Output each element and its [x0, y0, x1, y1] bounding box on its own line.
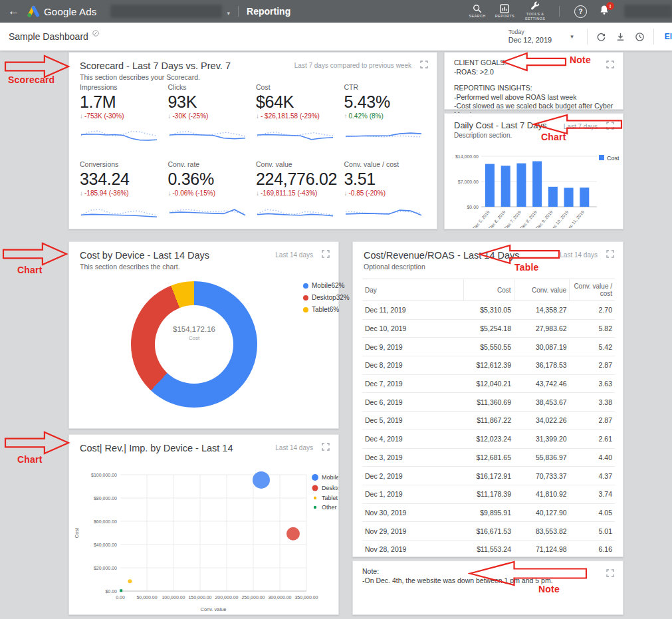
- bar-legend-label: Cost: [607, 155, 619, 162]
- legend-item-desktop[interactable]: Desktop32%: [303, 294, 336, 301]
- table-cell: Dec 7, 2019: [362, 374, 463, 393]
- table-cell: $12,612.39: [463, 356, 514, 375]
- table-row: Dec 8, 2019$12,612.3936,178.532.87: [362, 356, 615, 375]
- refresh-button[interactable]: [596, 32, 606, 42]
- table-cell: $5,310.05: [463, 301, 514, 320]
- metric-label: Conv. value / cost: [344, 160, 433, 168]
- expand-icon[interactable]: [606, 61, 614, 68]
- svg-text:$0.00: $0.00: [105, 589, 117, 594]
- notification-badge: !: [606, 2, 614, 10]
- table-cell: Dec 10, 2019: [362, 319, 463, 338]
- expand-icon[interactable]: [322, 250, 330, 258]
- expand-icon[interactable]: [606, 122, 614, 130]
- metric-delta: ↓-185.94 (-36%): [80, 189, 168, 197]
- back-arrow-icon[interactable]: ←: [8, 5, 19, 18]
- legend-dot-icon: [312, 485, 318, 491]
- legend-item-mobile[interactable]: Mobile62%: [303, 282, 336, 289]
- table-cell: $9,895.91: [463, 503, 514, 522]
- nav-label: SEARCH: [469, 14, 485, 19]
- account-caret-icon[interactable]: ▾: [227, 10, 231, 17]
- metric-value: 5.43%: [344, 92, 433, 112]
- table-cell: Nov 30, 2019: [362, 503, 463, 522]
- svg-text:Dec 8, 2019: Dec 8, 2019: [519, 209, 538, 228]
- expand-icon[interactable]: [322, 443, 330, 451]
- annotation-arrow-icon: [3, 54, 70, 79]
- divider: [587, 29, 588, 45]
- section-title: Reporting: [247, 6, 290, 17]
- schedule-button[interactable]: [635, 32, 645, 42]
- notifications-button[interactable]: !: [599, 5, 610, 18]
- range-chip: Last 14 days: [275, 251, 313, 259]
- account-selector-redacted[interactable]: [110, 5, 222, 18]
- table-cell: 41,810.92: [514, 485, 570, 503]
- table-cell: Dec 5, 2019: [362, 412, 463, 430]
- download-button[interactable]: [616, 32, 625, 42]
- metric-label: Conv. rate: [168, 160, 257, 168]
- svg-text:$100,000.00: $100,000.00: [91, 473, 117, 477]
- table-cell: Dec 11, 2019: [362, 301, 463, 320]
- partial-action-button[interactable]: El: [665, 32, 672, 41]
- help-button[interactable]: ?: [574, 5, 587, 18]
- metric-delta: ↓- $26,181.58 (-29%): [256, 112, 344, 120]
- google-ads-reporting-screen: { "app": { "topbar": { "brand": "Google …: [0, 0, 672, 619]
- column-header[interactable]: Cost: [463, 279, 514, 301]
- note-line: -Performed well above ROAS last week: [454, 93, 614, 102]
- metric-sparkline: [168, 201, 247, 221]
- expand-icon[interactable]: [606, 250, 614, 258]
- table-cell: 14,358.27: [514, 301, 570, 320]
- column-header[interactable]: Conv. value: [514, 279, 570, 301]
- metric-value: 3.51: [344, 170, 433, 189]
- table-cell: Dec 2, 2019: [362, 467, 463, 485]
- svg-text:$7,000.00: $7,000.00: [458, 180, 479, 184]
- expand-icon[interactable]: [606, 569, 614, 577]
- search-nav-button[interactable]: SEARCH: [469, 4, 485, 19]
- metric-value: 224,776.02: [256, 170, 344, 189]
- svg-text:100,000.00: 100,000.00: [162, 595, 185, 600]
- donut-total-value: $154,172.16: [131, 325, 257, 333]
- table-cell: $11,360.69: [463, 393, 514, 412]
- card-subtitle: Description section.: [445, 130, 623, 139]
- date-caret-icon[interactable]: ▾: [570, 33, 574, 40]
- legend-dot-icon: [312, 474, 318, 481]
- metric-label: Conv. value: [256, 160, 344, 168]
- table-cell: Dec 8, 2019: [362, 356, 463, 375]
- legend-dot-icon: [314, 506, 316, 509]
- table-row: Nov 28, 2019$11,553.2471,124.986.16: [362, 540, 615, 557]
- card-subtitle: This section describes the chart.: [69, 261, 338, 271]
- table-cell: 2.87: [570, 356, 615, 375]
- delta-arrow-icon: ↓: [80, 112, 83, 120]
- svg-text:Dec 5, 2019: Dec 5, 2019: [472, 209, 491, 228]
- table-row: Dec 3, 2019$12,681.6555,836.974.40: [362, 448, 615, 467]
- delta-arrow-icon: ↓: [168, 112, 171, 120]
- table-cell: Dec 6, 2019: [362, 393, 463, 412]
- note-line: REPORTING INSIGHTS:: [454, 84, 614, 93]
- bar: [548, 187, 558, 207]
- tools-settings-nav-button[interactable]: TOOLS & SETTINGS: [524, 1, 546, 21]
- metric-delta: ↓-0.06% (-15%): [168, 189, 257, 197]
- legend-dot-icon: [314, 497, 316, 499]
- nav-label: TOOLS & SETTINGS: [524, 12, 546, 21]
- scatter-chart-card: Cost| Rev.| Imp. by Device - Last 14 Las…: [68, 434, 339, 615]
- metric-clicks: Clicks93K↓-30K (-25%): [168, 83, 257, 147]
- reports-nav-button[interactable]: REPORTS: [495, 4, 514, 19]
- svg-text:$60,000.00: $60,000.00: [94, 519, 117, 524]
- reports-icon: [500, 4, 509, 13]
- metric-label: Clicks: [168, 83, 257, 91]
- date-range-selector[interactable]: Today Dec 12, 2019: [508, 29, 552, 45]
- user-account-redacted[interactable]: [624, 5, 672, 18]
- client-goals-note-card: CLIENT GOALS:-ROAS: >2.0REPORTING INSIGH…: [444, 52, 623, 110]
- metric-value: 0.36%: [168, 170, 257, 189]
- table-cell: Nov 29, 2019: [362, 522, 463, 541]
- svg-text:$20,000.00: $20,000.00: [94, 566, 117, 570]
- column-header[interactable]: Day: [362, 279, 463, 301]
- scatter-point-desktop: [286, 527, 300, 541]
- table-cell: 70,733.37: [514, 467, 570, 485]
- column-header[interactable]: Conv. value / cost: [570, 279, 615, 301]
- note-card: Note:-On Dec. 4th, the website was down …: [352, 560, 623, 615]
- metric-sparkline: [344, 201, 423, 221]
- legend-item-tablet[interactable]: Tablet6%: [303, 306, 336, 313]
- clock-icon: [635, 32, 645, 42]
- edit-pencil-icon[interactable]: [92, 27, 99, 39]
- search-icon: [473, 4, 482, 13]
- expand-icon[interactable]: [420, 61, 428, 68]
